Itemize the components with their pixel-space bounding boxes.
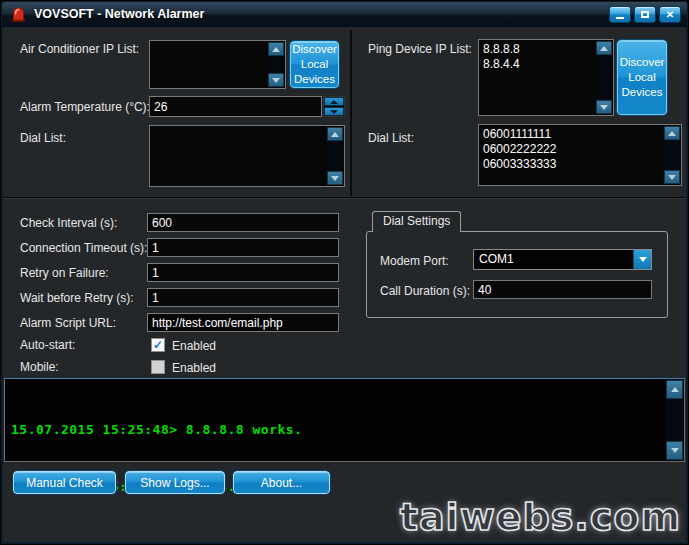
maximize-button[interactable]: [634, 6, 656, 23]
scroll-up-button[interactable]: [596, 41, 612, 55]
discover-local-devices-label: Discover Local Devices: [292, 42, 337, 87]
modem-port-select[interactable]: COM1: [473, 249, 652, 270]
show-logs-button[interactable]: Show Logs...: [125, 471, 225, 494]
dial-list-right-label: Dial List:: [368, 131, 414, 145]
window-title: VOVSOFT - Network Alarmer: [34, 2, 204, 27]
call-duration-label: Call Duration (s):: [380, 284, 470, 298]
call-duration-input[interactable]: [473, 280, 652, 299]
scroll-down-icon: [331, 176, 339, 181]
spinner-down-button[interactable]: [324, 107, 344, 116]
combo-dropdown-button[interactable]: [633, 250, 651, 269]
auto-start-label: Auto-start:: [20, 338, 75, 352]
middle-section-divider: [3, 197, 686, 199]
auto-start-checkbox[interactable]: ✓: [151, 338, 165, 352]
chevron-down-icon: [639, 257, 647, 262]
mobile-checkbox[interactable]: ✓: [151, 360, 165, 374]
alarm-siren-icon: [11, 7, 26, 23]
about-button[interactable]: About...: [233, 471, 330, 494]
list-item[interactable]: 06002222222: [483, 142, 661, 157]
scroll-down-button[interactable]: [596, 100, 612, 114]
check-interval-input[interactable]: [147, 213, 339, 232]
modem-port-value: COM1: [479, 250, 631, 269]
list-item[interactable]: 06001111111: [483, 127, 661, 142]
mobile-enabled-label: Enabled: [172, 361, 216, 375]
connection-timeout-input[interactable]: [147, 238, 339, 257]
scroll-down-icon: [671, 448, 679, 453]
air-conditioner-ip-scrollbar[interactable]: [268, 42, 284, 87]
scroll-up-icon: [272, 47, 280, 52]
scroll-up-button[interactable]: [327, 127, 343, 141]
air-conditioner-ip-list[interactable]: [149, 40, 286, 89]
retry-on-failure-label: Retry on Failure:: [20, 266, 109, 280]
log-line: 15.07.2015 15:25:48> 8.8.8.8 works.: [11, 420, 662, 439]
scroll-up-button[interactable]: [664, 126, 680, 140]
alarm-temperature-stepper[interactable]: [323, 96, 345, 117]
auto-start-enabled-label: Enabled: [172, 339, 216, 353]
close-button[interactable]: ✕: [659, 6, 681, 23]
mobile-label: Mobile:: [20, 360, 59, 374]
connection-timeout-label: Connection Timeout (s):: [20, 241, 147, 255]
scroll-up-icon: [671, 387, 679, 392]
minimize-icon: [616, 17, 624, 19]
app-window: VOVSOFT - Network Alarmer ✕ Air Conditio…: [0, 0, 689, 545]
alarm-script-url-label: Alarm Script URL:: [20, 316, 116, 330]
close-icon: ✕: [666, 10, 674, 20]
check-icon: ✓: [153, 339, 163, 351]
dial-list-right-content: 06001111111 06002222222 06003333333: [483, 127, 661, 183]
scroll-down-icon: [668, 175, 676, 180]
alarm-temperature-label: Alarm Temperature (°C):: [20, 100, 150, 114]
scroll-down-button[interactable]: [268, 73, 284, 87]
retry-on-failure-input[interactable]: [147, 263, 339, 282]
scroll-up-icon: [331, 132, 339, 137]
alarm-script-url-input[interactable]: [147, 313, 339, 332]
scroll-up-icon: [668, 131, 676, 136]
ping-device-ip-scrollbar[interactable]: [596, 41, 612, 114]
spinner-down-icon: [330, 110, 338, 114]
list-item[interactable]: 8.8.4.4: [483, 57, 593, 72]
scroll-down-icon: [272, 78, 280, 83]
check-interval-label: Check Interval (s):: [20, 216, 117, 230]
ping-device-ip-list-content: 8.8.8.8 8.8.4.4: [483, 42, 593, 113]
window-controls: ✕: [609, 6, 681, 23]
discover-local-devices-label: Discover Local Devices: [620, 55, 665, 100]
tab-dial-settings[interactable]: Dial Settings: [372, 211, 461, 232]
ping-device-ip-label: Ping Device IP List:: [368, 42, 472, 56]
log-scrollbar[interactable]: [666, 380, 683, 460]
scroll-down-button[interactable]: [664, 170, 680, 184]
watermark: taiwebs.com: [400, 495, 681, 539]
titlebar[interactable]: VOVSOFT - Network Alarmer ✕: [2, 2, 687, 27]
alarm-temperature-input[interactable]: [149, 96, 322, 117]
maximize-icon: [641, 11, 649, 18]
discover-local-devices-button-left[interactable]: Discover Local Devices: [290, 41, 339, 88]
scroll-down-button[interactable]: [327, 171, 343, 185]
scroll-up-icon: [600, 46, 608, 51]
discover-local-devices-button-right[interactable]: Discover Local Devices: [617, 40, 667, 115]
dial-list-right[interactable]: 06001111111 06002222222 06003333333: [478, 124, 682, 186]
wait-before-retry-input[interactable]: [147, 288, 339, 307]
dial-list-left-scrollbar[interactable]: [327, 127, 343, 185]
minimize-button[interactable]: [609, 6, 631, 23]
list-item[interactable]: 06003333333: [483, 157, 661, 172]
scroll-down-icon: [600, 105, 608, 110]
air-conditioner-ip-list-content: [154, 43, 265, 86]
dial-settings-group: [366, 231, 668, 318]
log-console[interactable]: 15.07.2015 15:25:48> 8.8.8.8 works. 15.0…: [4, 378, 685, 462]
dial-list-left[interactable]: [149, 125, 345, 187]
wait-before-retry-label: Wait before Retry (s):: [20, 291, 134, 305]
dial-list-left-content: [154, 128, 324, 184]
list-item[interactable]: 8.8.8.8: [483, 42, 593, 57]
ping-device-ip-list[interactable]: 8.8.8.8 8.8.4.4: [478, 39, 614, 116]
modem-port-label: Modem Port:: [380, 254, 449, 268]
dial-list-right-scrollbar[interactable]: [664, 126, 680, 184]
scroll-up-button[interactable]: [666, 380, 683, 399]
top-section-divider: [350, 30, 352, 196]
spinner-up-button[interactable]: [324, 97, 344, 106]
dial-list-left-label: Dial List:: [20, 131, 66, 145]
scroll-down-button[interactable]: [666, 441, 683, 460]
air-conditioner-ip-label: Air Conditioner IP List:: [20, 42, 139, 56]
scroll-up-button[interactable]: [268, 42, 284, 56]
manual-check-button[interactable]: Manual Check: [13, 471, 116, 494]
spinner-up-icon: [330, 100, 338, 104]
